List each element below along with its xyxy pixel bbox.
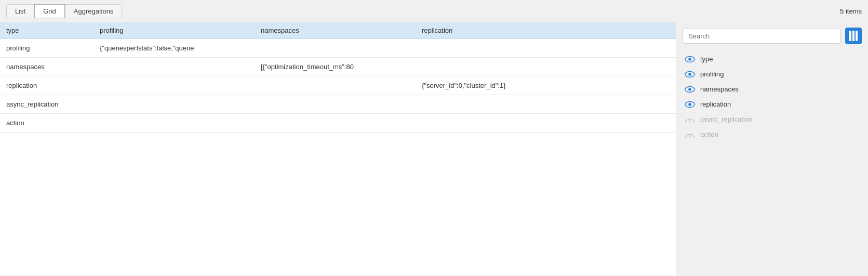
svg-rect-2 <box>856 31 858 41</box>
column-toggle-button[interactable] <box>845 28 862 44</box>
header-profiling: profiling <box>100 27 261 34</box>
cell-namespaces-1: [{"optimization_timeout_ms":80 <box>261 63 422 71</box>
eye-icon <box>685 86 695 93</box>
eye-icon <box>685 71 695 78</box>
column-item-type[interactable]: type <box>676 51 868 67</box>
cell-type-4: action <box>6 119 100 127</box>
tab-grid[interactable]: Grid <box>34 4 65 18</box>
column-item-profiling[interactable]: profiling <box>676 67 868 82</box>
column-label-type: type <box>700 55 713 63</box>
table-body: profiling {"queriesperfstats":false,"que… <box>0 39 676 275</box>
column-list: type profiling namespaces <box>676 49 868 144</box>
column-label-namespaces: namespaces <box>700 85 739 93</box>
column-item-async-replication[interactable]: async_replication <box>676 112 868 127</box>
item-count: 5 items <box>840 7 862 15</box>
search-input[interactable] <box>683 29 841 44</box>
column-label-replication: replication <box>700 100 731 108</box>
cell-type-3: async_replication <box>6 100 100 108</box>
search-row <box>676 22 868 49</box>
columns-icon <box>849 31 858 41</box>
table-header: type profiling namespaces replication <box>0 22 676 39</box>
right-panel: type profiling namespaces <box>676 22 868 275</box>
svg-point-6 <box>688 73 691 75</box>
svg-line-14 <box>685 136 686 137</box>
table-row[interactable]: namespaces [{"optimization_timeout_ms":8… <box>0 58 676 76</box>
table-row[interactable]: async_replication <box>0 95 676 114</box>
table-row[interactable]: action <box>0 114 676 133</box>
svg-point-10 <box>688 103 691 106</box>
header-type: type <box>6 27 100 34</box>
eye-icon <box>685 101 695 108</box>
svg-rect-0 <box>849 31 851 41</box>
eye-icon <box>685 56 695 63</box>
eye-closed-icon <box>685 131 695 138</box>
cell-type-1: namespaces <box>6 63 100 71</box>
column-item-replication[interactable]: replication <box>676 97 868 112</box>
svg-point-8 <box>688 88 691 90</box>
table-row[interactable]: profiling {"queriesperfstats":false,"que… <box>0 39 676 58</box>
svg-rect-1 <box>852 31 854 41</box>
column-label-async-replication: async_replication <box>700 115 752 123</box>
tab-group: List Grid Aggregations <box>6 4 122 18</box>
svg-line-11 <box>685 121 686 122</box>
cell-replication-2: {"server_id":0,"cluster_id":1} <box>422 82 670 89</box>
cell-type-2: replication <box>6 82 100 89</box>
column-label-profiling: profiling <box>700 70 724 78</box>
top-bar: List Grid Aggregations 5 items <box>0 0 868 22</box>
table-area: type profiling namespaces replication pr… <box>0 22 676 275</box>
column-item-action[interactable]: action <box>676 127 868 142</box>
tab-list[interactable]: List <box>6 4 34 18</box>
column-label-action: action <box>700 130 718 138</box>
main-layout: type profiling namespaces replication pr… <box>0 22 868 275</box>
svg-line-12 <box>693 121 695 122</box>
table-row[interactable]: replication {"server_id":0,"cluster_id":… <box>0 76 676 95</box>
column-item-namespaces[interactable]: namespaces <box>676 82 868 97</box>
header-namespaces: namespaces <box>261 27 422 34</box>
cell-profiling-0: {"queriesperfstats":false,"querie <box>100 44 261 52</box>
cell-type-0: profiling <box>6 44 100 52</box>
eye-closed-icon <box>685 116 695 123</box>
header-replication: replication <box>422 27 670 34</box>
svg-line-15 <box>693 136 695 137</box>
tab-aggregations[interactable]: Aggregations <box>65 4 123 18</box>
svg-point-4 <box>688 58 691 60</box>
